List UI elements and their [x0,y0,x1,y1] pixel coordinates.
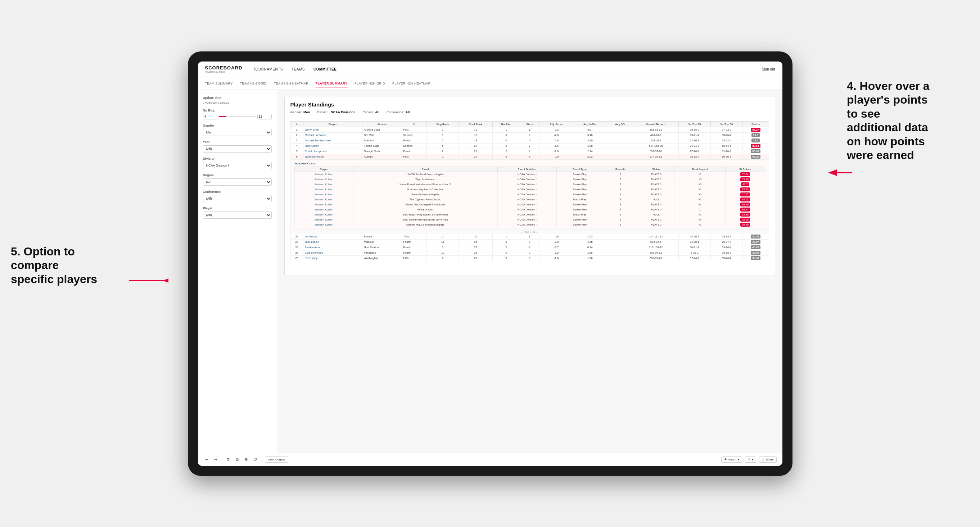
filter-conference-value: All [406,110,410,114]
standings-container: Player Standings Gender: Men Division: N… [284,96,775,276]
player-name-cell: Christo Lamprecht [303,149,362,154]
undo-icon[interactable]: ↩ [204,457,210,463]
filter-row: Gender: Men Division: NCAA Division I Re… [290,110,410,114]
sidebar-update-time: Update time: 27/03/2024 16:56:26 [203,96,272,104]
region-select[interactable]: N/A [203,178,272,186]
table-row[interactable]: 4 Luke Claton Florida State Second 5 27 … [290,143,769,149]
settings-icon[interactable]: ⚙ [225,457,231,463]
sidebar: Update time: 27/03/2024 16:56:26 No Rds.… [198,90,277,453]
no-rds-max-input[interactable] [257,114,272,119]
view-original-label: View: Original [268,458,285,461]
toolbar-sep-2 [262,457,262,462]
col-conf-rank: Conf Rank [458,121,492,127]
table-row[interactable]: 5 Christo Lamprecht Georgia Tech Fourth … [290,149,769,154]
table-row[interactable]: 3 Michael Thorbjornsen Stanford Fourth 1… [290,138,769,143]
filter-gender-label: Gender: [290,110,302,114]
watch-label: Watch [729,458,737,461]
standings-title-area: Player Standings Gender: Men Division: N… [290,102,410,117]
player-name-cell: Ian Gilligan [303,234,362,239]
toolbar-sep-1 [222,457,222,462]
chevron-down-icon: ▾ [738,458,739,461]
year-label: Year [203,140,272,144]
share-button[interactable]: ↗ Share [759,457,776,463]
bottom-toolbar: ↩ ↪ ⚙ ⧉ ⊞ ⏱ View: Original 👁 Watch ▾ ⬇ ▾… [198,453,783,466]
sub-nav-player-h2h-heatmap[interactable]: PLAYER H2H HEATMAP [392,80,430,87]
sub-nav-team-h2h-grid[interactable]: TEAM H2H GRID [240,80,266,87]
chevron-down-icon-2: ▾ [752,458,753,461]
sidebar-conference: Conference (All) [203,190,272,202]
share-icon: ↗ [762,458,764,461]
range-row [203,114,272,119]
table-row[interactable]: 26 Petr Hruby Washington Fifth 7 23 0 0 … [290,256,769,261]
sub-nav-player-summary[interactable]: PLAYER SUMMARY [316,80,348,87]
division-select[interactable]: NCAA Division I [203,162,272,169]
redo-icon[interactable]: ↪ [213,457,219,463]
nav-teams[interactable]: TEAMS [291,66,305,73]
table-row[interactable]: 1 Wenyi Ding Arizona State First 1 15 1 … [290,127,769,132]
add-icon[interactable]: ⊞ [243,457,249,463]
conference-select[interactable]: (All) [203,195,272,202]
col-no-rds: No Rds. [493,121,520,127]
player-name-cell: Petr Hruby [303,256,362,261]
filter-gender: Gender: Men [290,110,310,114]
col-reg-rank: Reg Rank [427,121,458,127]
col-player: Player [303,121,362,127]
col-vs50: Vs Top 50 [710,121,743,127]
player-name-cell: Jack Lundin [303,239,362,244]
copy-icon[interactable]: ⧉ [234,457,240,463]
nav-committee[interactable]: COMMITTEE [313,66,337,73]
annotation-left: 5. Option tocomparespecific players [11,244,123,286]
view-original-button[interactable]: View: Original [265,457,288,463]
standings-title: Player Standings [290,102,410,108]
download-button[interactable]: ⬇ ▾ [745,457,756,463]
table-row[interactable]: 24 Bastien Amat New Mexico Fourth 1 27 2… [290,244,769,250]
table-row[interactable]: 6 Jackson Kolson Auburn First 2 27 5 5 -… [290,154,769,159]
nav-tournaments[interactable]: TOURNAMENTS [253,66,283,73]
sub-nav-team-summary[interactable]: TEAM SUMMARY [205,80,233,87]
nav-links: TOURNAMENTS TEAMS COMMITTEE [253,66,762,73]
filter-division-value: NCAA Division I [331,110,355,114]
standings-table: # Player School Yr Reg Rank Conf Rank No… [290,121,769,261]
clock-icon[interactable]: ⏱ [252,457,259,462]
table-row[interactable]: 22 Ian Gilligan Florida Third 10 24 1 1 … [290,234,769,239]
player-select[interactable]: (All) [203,211,272,219]
sub-nav-team-h2h-heatmap[interactable]: TEAM H2H HEATMAP [274,80,309,87]
arrow-right-svg [827,158,856,187]
gender-select[interactable]: Men [203,129,272,136]
table-row[interactable]: 25 Cole Sherwood Vanderbilt Fourth 12 23… [290,250,769,256]
col-avg-sg: Avg SG [607,121,633,127]
col-adj-score: Adj. Score [539,121,573,127]
slider-fill [219,116,226,117]
filter-gender-value: Men [303,110,310,114]
table-row[interactable]: 2 Michael La Sasso Ole Miss Second 1 18 … [290,132,769,138]
sub-nav-player-h2h-grid[interactable]: PLAYER H2H GRID [355,80,385,87]
download-icon: ⬇ [748,458,750,461]
sub-nav: TEAM SUMMARY TEAM H2H GRID TEAM H2H HEAT… [198,77,783,90]
top-nav: SCOREBOARD Powered by clippi TOURNAMENTS… [198,62,783,77]
player-name-cell: Jackson Kolson [303,154,362,159]
table-header-row: # Player School Yr Reg Rank Conf Rank No… [290,121,769,127]
sign-out-button[interactable]: Sign out [762,67,775,71]
year-select[interactable]: (All) [203,145,272,152]
table-row[interactable]: 23 Jack Lundin Missouri Fourth 11 24 0 0… [290,239,769,244]
watch-button[interactable]: 👁 Watch ▾ [721,457,742,463]
player-name-cell: Michael La Sasso [303,132,362,138]
share-label: Share [766,458,773,461]
table-body: 1 Wenyi Ding Arizona State First 1 15 1 … [290,127,769,261]
no-rds-min-input[interactable] [203,114,217,119]
col-avg-to-par: Avg to Par [573,121,607,127]
sidebar-division: Division NCAA Division I [203,157,272,169]
tooltip-detail-row: Jackson Kolson Player Event Event Divisi… [290,159,769,230]
annotation-right: 4. Hover over aplayer's pointsto seeaddi… [847,79,969,162]
player-name-cell: Cole Sherwood [303,250,362,256]
sidebar-region: Region N/A [203,173,272,186]
main-content: Update time: 27/03/2024 16:56:26 No Rds.… [198,90,783,453]
sidebar-no-rds: No Rds. [203,109,272,119]
col-points: Points [743,121,769,127]
gender-label: Gender [203,124,272,127]
logo-text: SCOREBOARD [205,65,243,70]
eye-icon: 👁 [724,458,727,461]
player-name-cell: Bastien Amat [303,244,362,250]
conference-label: Conference [203,190,272,194]
sidebar-player: Player (All) [203,206,272,219]
